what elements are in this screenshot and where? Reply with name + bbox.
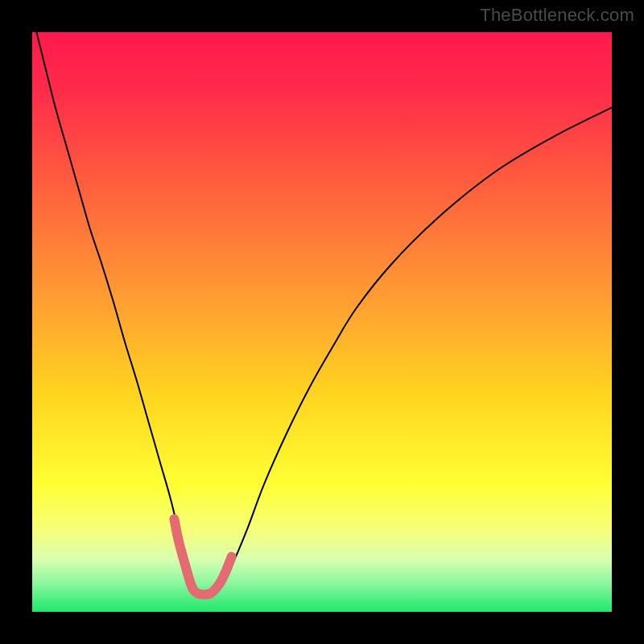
chart-canvas <box>32 32 612 612</box>
plot-area <box>32 32 612 612</box>
highlighted-minimum <box>174 519 231 595</box>
bottleneck-curve <box>32 32 612 595</box>
chart-frame: TheBottleneck.com <box>0 0 644 644</box>
watermark-text: TheBottleneck.com <box>480 5 634 26</box>
